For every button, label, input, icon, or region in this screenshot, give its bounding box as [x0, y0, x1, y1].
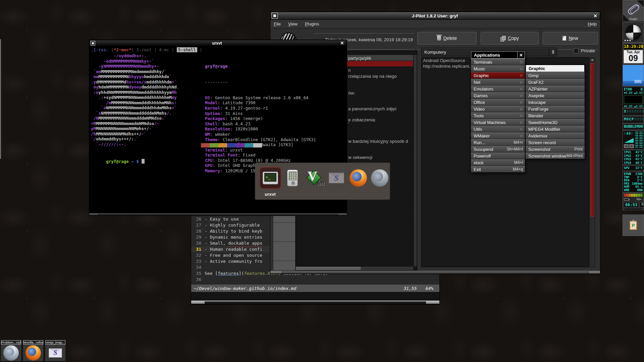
- minimized-window-vimja-imap[interactable]: vimja_imap...S: [45, 340, 66, 361]
- screen-tab[interactable]: 5-shell: [177, 47, 197, 52]
- menu-item-gimp[interactable]: Gimp: [526, 72, 585, 79]
- dockapp-cpu-temps[interactable]: CPU143°CCPU243°CCPU343°CCPU440°C: [623, 150, 644, 165]
- jpilot-resizebar[interactable]: [270, 271, 600, 274]
- scroll-up-icon[interactable]: [590, 58, 595, 62]
- switch-app-vim[interactable]: Vim: [304, 167, 325, 189]
- menu-item-wmaker[interactable]: WMaker▷: [471, 132, 525, 139]
- switch-app-palm[interactable]: [282, 167, 303, 189]
- copy-button[interactable]: Copy: [481, 32, 539, 45]
- screen-tab-bar: .1-rss. |*2-moc*| 3-root | 4-mc | 5-shel…: [91, 47, 202, 52]
- close-icon[interactable]: ✕: [339, 40, 345, 46]
- submenu-arrow-icon: ▷: [521, 107, 523, 111]
- switch-app-firefox[interactable]: [347, 167, 369, 189]
- dockapp-mixer[interactable]: 8498 ◀ ▶: [623, 130, 644, 149]
- horizontal-scrollbar[interactable]: [296, 266, 413, 270]
- jpilot-titlebar[interactable]: J-Pilot 1.8.2 User: gryf ✕: [270, 12, 600, 20]
- dockapp-battery[interactable]: 90% 06:53 B: [623, 193, 644, 210]
- menu-view[interactable]: View: [288, 21, 298, 26]
- graphic-submenu-title[interactable]: Graphic: [526, 65, 585, 72]
- menu-help[interactable]: Help: [588, 21, 597, 26]
- dockapp-mocp[interactable]: MOCP8888: [623, 116, 644, 123]
- records-scrollbar[interactable]: [590, 57, 595, 267]
- menu-item-susupend[interactable]: SusupendSh+M4+l: [471, 146, 525, 153]
- dockapp-clock[interactable]: 18:29:20 Tue, Apr 09: [623, 43, 644, 64]
- menu-item-poweroff[interactable]: Poweroff: [471, 153, 525, 159]
- trash-icon: [437, 36, 441, 41]
- menu-item-office[interactable]: Office▷: [471, 99, 525, 106]
- menu-item-terminals[interactable]: Terminals▷: [471, 59, 525, 65]
- switch-app-terminal[interactable]: >_: [260, 167, 281, 189]
- menu-item-virtual-machines[interactable]: Virtual Machines▷: [471, 119, 525, 126]
- menu-item-screenshot-window[interactable]: Screenshot windowM4+Print: [526, 153, 585, 159]
- menu-item-utils[interactable]: Utils▷: [471, 126, 525, 132]
- menu-plugins[interactable]: Plugins: [305, 21, 319, 26]
- menu-item-run[interactable]: Run...M4+r: [471, 139, 525, 146]
- menu-item-music[interactable]: Music▷: [471, 65, 525, 72]
- miniaturize-icon[interactable]: [272, 13, 278, 19]
- mixer-prev-icon[interactable]: ◀: [624, 144, 629, 148]
- dockapp-gpu-temp[interactable]: GPU33°C: [623, 165, 644, 171]
- switch-app-mail[interactable]: S: [326, 167, 347, 189]
- switch-app-firefox-gray[interactable]: [369, 167, 390, 189]
- vim-resizebar[interactable]: [191, 301, 439, 304]
- submenu-arrow-icon: ▷: [521, 60, 523, 64]
- minimized-window-mozilla-refox[interactable]: Mozilla...refox: [23, 340, 44, 361]
- menu-item-video[interactable]: Video▷: [471, 106, 525, 112]
- menu-item-inkscape[interactable]: Inkscape: [526, 99, 585, 106]
- menu-file[interactable]: File: [274, 21, 281, 26]
- screen-tab[interactable]: *2-moc*: [114, 47, 131, 52]
- menu-item-blender[interactable]: Blender: [526, 112, 585, 119]
- close-icon[interactable]: ✕: [592, 13, 598, 19]
- menu-item-fontforge[interactable]: FontForge: [526, 106, 585, 112]
- dockapp-weather[interactable]: EPWR2300TMP8°CDEW2°CPRS1009mmHUM65 %WNDN…: [623, 172, 644, 192]
- menu-item-screen-record[interactable]: Screen record: [526, 139, 585, 146]
- dockapp-bubblemon-label[interactable]: BUBBLEMON: [623, 124, 644, 130]
- minimized-window-problem-ctyl[interactable]: Problem...ctyl: [1, 340, 21, 361]
- net-flag: B: [641, 87, 643, 91]
- menu-item-screenshot[interactable]: ScreenshotPrint: [526, 146, 585, 153]
- mixer-display: 8498: [624, 132, 633, 135]
- battery-time: 06:53: [624, 202, 639, 207]
- menu-item-emulators[interactable]: Emulators▷: [471, 85, 525, 92]
- dockapp-jpilot-icon[interactable]: P: [623, 215, 644, 236]
- private-checkbox[interactable]: [574, 49, 579, 53]
- vertical-scrollbar[interactable]: [413, 55, 417, 266]
- scrollbar-thumb[interactable]: [590, 63, 594, 217]
- menu-item-avidemux[interactable]: Avidemux: [526, 132, 585, 139]
- shell-prompt[interactable]: gryf@rage ~ $: [91, 154, 145, 169]
- menu-item-sweethome3d[interactable]: SweetHome3D: [526, 119, 585, 126]
- menu-item-azpainter[interactable]: AZPainter: [526, 85, 585, 92]
- wmaker-clip[interactable]: main: [623, 0, 644, 21]
- vim-line: 36: [191, 277, 439, 283]
- volume-triangle-icon[interactable]: [624, 138, 634, 143]
- menu-item-graphic[interactable]: Graphic▷: [471, 72, 525, 79]
- menu-item-tools[interactable]: Tools▷: [471, 112, 525, 119]
- menu-item-net[interactable]: Net▷: [471, 79, 525, 85]
- dockapp-bubblemon[interactable]: 04%: [623, 65, 644, 86]
- new-button[interactable]: New: [543, 32, 598, 45]
- applications-menu-title[interactable]: Applications ✕: [471, 51, 525, 59]
- terminal-resizebar[interactable]: [89, 213, 347, 216]
- dockapp-netmonitor[interactable]: ETH0B ▼0.00▲0.00 ▼0.00▲0.00: [623, 86, 644, 108]
- neofetch-line: Theme: ClearBloodline [GTK2], Adwaita [G…: [205, 137, 316, 142]
- dockapp-display[interactable]: X88888888: [623, 108, 644, 116]
- menu-item-games[interactable]: Games▷: [471, 92, 525, 99]
- terminal-titlebar[interactable]: urxvt ✕: [89, 40, 347, 46]
- delete-button[interactable]: Delete: [417, 32, 477, 45]
- vim-command-line[interactable]: [191, 292, 439, 301]
- screen-tab: |: [109, 47, 114, 52]
- menu-item-aseprite[interactable]: Aseprite: [526, 92, 585, 99]
- menu-item-mpeg4-modifier[interactable]: MPEG4 Modifier: [526, 126, 585, 132]
- menu-item-grafx2[interactable]: GraFX2: [526, 79, 585, 85]
- mixer-next-icon[interactable]: ▶: [629, 144, 634, 148]
- screen-tab[interactable]: .1-rss.: [91, 47, 109, 52]
- close-icon[interactable]: ✕: [517, 52, 525, 58]
- mail-icon: S: [45, 345, 65, 361]
- combobox-spinner-icon[interactable]: [549, 48, 557, 56]
- dockapp-pinwheel[interactable]: ▪▪▪: [623, 22, 644, 43]
- menu-item-exit[interactable]: ExitM4+q: [471, 166, 525, 173]
- miniaturize-icon[interactable]: [91, 41, 95, 46]
- ascii-art-line: .:+sydNMMMMMNNNmmmdddhhhhhhmMmy: [91, 95, 179, 100]
- firefox-icon: [350, 169, 367, 187]
- menu-item-xlock[interactable]: xlockM4+l: [471, 159, 525, 166]
